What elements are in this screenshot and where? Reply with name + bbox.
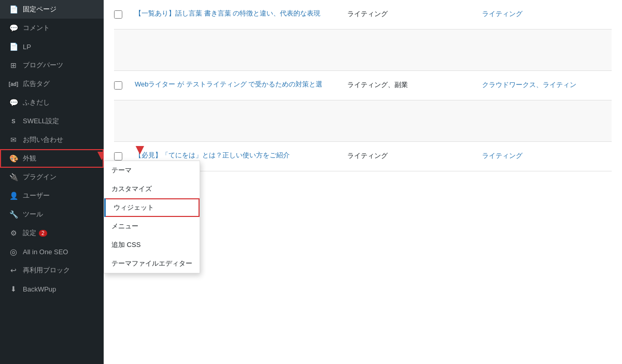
backwpup-icon: ⬇ (8, 284, 19, 294)
settings-badge: 2 (39, 230, 47, 237)
post-checkbox-2[interactable] (114, 79, 135, 92)
sidebar-item-contact[interactable]: ✉ お問い合わせ ▼ (0, 130, 104, 149)
reuse-blocks-icon: ↩ (8, 265, 19, 275)
submenu-item-customize[interactable]: カスタマイズ (104, 180, 200, 198)
swell-icon: S (8, 116, 19, 126)
all-in-one-seo-icon: ◎ (8, 246, 19, 257)
sidebar-label-reuse-blocks: 再利用ブロック (23, 266, 70, 275)
checkbox-input-3[interactable] (114, 152, 122, 161)
sidebar-item-ad-tag[interactable]: [ad] 広告タグ (0, 75, 104, 93)
post-title-link-3[interactable]: 【必見】「てにをは」とは？正しい使い方をご紹介 (135, 150, 342, 161)
post-title-link-2[interactable]: Webライター が テストライティング で受かるための対策と選 (135, 79, 342, 90)
checkbox-input-2[interactable] (114, 81, 122, 90)
sidebar-label-speech: ふきだし (23, 98, 50, 107)
contact-icon: ✉ (8, 135, 19, 145)
sidebar-item-fixed-pages[interactable]: 📄 固定ページ (0, 0, 104, 19)
sidebar-item-blog-parts[interactable]: ⊞ ブログパーツ (0, 56, 104, 75)
sidebar-item-all-in-one-seo[interactable]: ◎ All in One SEO (0, 242, 104, 261)
spacer-row-2 (114, 100, 612, 142)
sidebar-item-comments[interactable]: 💬 コメント (0, 19, 104, 37)
sidebar-label-fixed-pages: 固定ページ (23, 5, 56, 14)
sidebar-item-speech[interactable]: 💬 ふきだし (0, 93, 104, 112)
submenu-label-menu: メニュー (111, 222, 138, 230)
post-category-3: ライティング (342, 150, 477, 162)
submenu-item-widgets[interactable]: ウィジェット (104, 198, 200, 217)
checkbox-input-1[interactable] (114, 10, 122, 19)
submenu-label-widgets: ウィジェット (114, 203, 154, 212)
submenu-label-theme: テーマ (111, 166, 132, 174)
appearance-icon: 🎨 (8, 153, 19, 164)
sidebar-item-lp[interactable]: 📄 LP (0, 37, 104, 56)
widgets-active-bar (104, 198, 106, 217)
sidebar-label-swell: SWELL設定 (23, 117, 59, 126)
sidebar: 📄 固定ページ 💬 コメント 📄 LP ⊞ ブログパーツ [ad] 広告タグ 💬… (0, 0, 104, 364)
post-title-2: Webライター が テストライティング で受かるための対策と選 (135, 79, 342, 90)
sidebar-item-users[interactable]: 👤 ユーザー (0, 186, 104, 205)
post-category-1: ライティング (342, 8, 477, 20)
post-tags-1: ライティング (477, 8, 612, 20)
post-checkbox-1[interactable] (114, 8, 135, 21)
appearance-submenu: ▼ テーマ カスタマイズ ウィジェット メニュー 追加 CSS テーマファイルエ… (104, 161, 200, 273)
blog-parts-icon: ⊞ (8, 60, 19, 70)
sidebar-label-lp: LP (23, 43, 31, 51)
sidebar-label-backwpup: BackWPup (23, 285, 56, 293)
sidebar-item-plugins[interactable]: 🔌 プラグイン (0, 168, 104, 186)
post-title-1: 【一覧あり】話し言葉 書き言葉 の特徴と違い、代表的な表現 (135, 8, 342, 19)
post-title-link-1[interactable]: 【一覧あり】話し言葉 書き言葉 の特徴と違い、代表的な表現 (135, 8, 342, 19)
fixed-pages-icon: 📄 (8, 4, 19, 14)
post-category-2: ライティング、副業 (342, 79, 477, 91)
sidebar-label-settings: 設定 (23, 228, 36, 238)
sidebar-item-appearance[interactable]: 🎨 外観 (0, 149, 104, 168)
submenu-item-menu[interactable]: メニュー (104, 217, 200, 236)
sidebar-item-tools[interactable]: 🔧 ツール (0, 205, 104, 224)
sidebar-item-backwpup[interactable]: ⬇ BackWPup (0, 280, 104, 298)
sidebar-item-settings[interactable]: ⚙ 設定 2 (0, 224, 104, 242)
post-tags-3: ライティング (477, 150, 612, 162)
submenu-item-additional-css[interactable]: 追加 CSS (104, 236, 200, 254)
post-row-2: Webライター が テストライティング で受かるための対策と選 ライティング、副… (114, 71, 612, 100)
post-title-3: 【必見】「てにをは」とは？正しい使い方をご紹介 (135, 150, 342, 161)
sidebar-item-swell[interactable]: S SWELL設定 (0, 112, 104, 130)
sidebar-label-all-in-one-seo: All in One SEO (23, 248, 68, 256)
submenu-item-theme[interactable]: テーマ (104, 161, 200, 180)
sidebar-label-plugins: プラグイン (23, 172, 56, 182)
post-row-1: 【一覧あり】話し言葉 書き言葉 の特徴と違い、代表的な表現 ライティング ライテ… (114, 0, 612, 30)
posts-table-area: 【一覧あり】話し言葉 書き言葉 の特徴と違い、代表的な表現 ライティング ライテ… (104, 0, 622, 171)
sidebar-label-ad-tag: 広告タグ (23, 79, 50, 89)
ad-tag-icon: [ad] (8, 79, 19, 89)
comments-icon: 💬 (8, 23, 19, 33)
lp-icon: 📄 (8, 41, 19, 52)
sidebar-item-reuse-blocks[interactable]: ↩ 再利用ブロック (0, 261, 104, 280)
tools-icon: 🔧 (8, 209, 19, 220)
users-icon: 👤 (8, 191, 19, 201)
sidebar-label-appearance: 外観 (23, 154, 36, 163)
spacer-row (114, 30, 612, 71)
speech-icon: 💬 (8, 97, 19, 108)
sidebar-label-contact: お問い合わせ (23, 135, 63, 144)
sidebar-label-tools: ツール (23, 210, 43, 219)
plugins-icon: 🔌 (8, 172, 19, 182)
sidebar-label-blog-parts: ブログパーツ (23, 61, 63, 70)
submenu-item-theme-file-editor[interactable]: テーマファイルエディター (104, 254, 200, 273)
post-tags-2: クラウドワークス、ライティン (477, 79, 612, 91)
submenu-label-customize: カスタマイズ (111, 185, 152, 193)
sidebar-label-users: ユーザー (23, 191, 50, 200)
sidebar-label-comments: コメント (23, 23, 50, 33)
submenu-label-additional-css: 追加 CSS (111, 241, 140, 249)
submenu-label-theme-file-editor: テーマファイルエディター (111, 259, 192, 267)
settings-icon: ⚙ (8, 228, 19, 238)
